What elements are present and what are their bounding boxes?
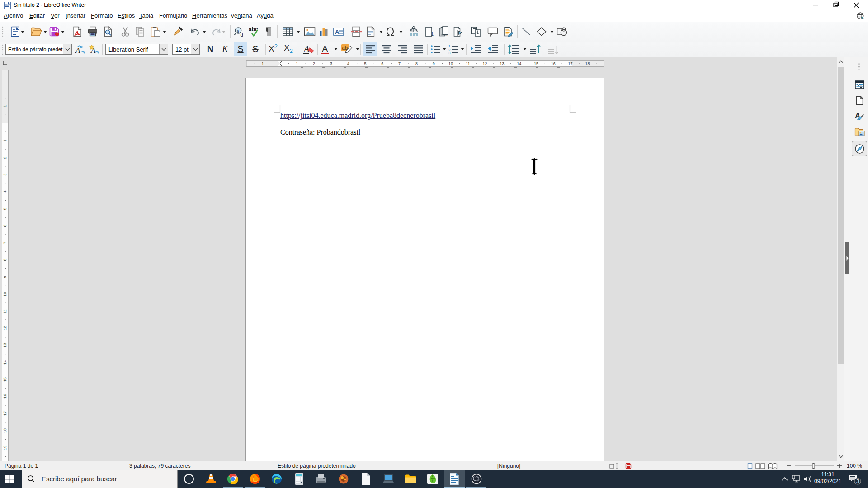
svg-text:15: 15 [534,61,538,66]
svg-text:A: A [335,28,340,35]
svg-text:14: 14 [3,360,7,365]
svg-text:13: 13 [3,343,7,347]
svg-text:4: 4 [3,190,7,192]
svg-text:14: 14 [517,61,521,66]
svg-text:6: 6 [3,225,7,227]
svg-text:4: 4 [347,61,349,66]
svg-text:d: d [241,32,243,38]
svg-text:11: 11 [466,61,470,66]
svg-text:15: 15 [3,377,7,382]
svg-text:10: 10 [3,292,7,296]
svg-text:i: i [447,32,448,37]
svg-text:A: A [90,46,96,55]
svg-text:19: 19 [3,446,7,450]
svg-text:1: 1 [261,61,264,66]
svg-text:3: 3 [856,479,859,484]
svg-text:A: A [322,44,328,53]
svg-text:18: 18 [3,428,7,433]
svg-text:2: 2 [3,156,7,159]
svg-text:6: 6 [381,61,383,66]
svg-text:3: 3 [448,51,451,55]
svg-text:7: 7 [398,61,401,66]
svg-text:3: 3 [3,173,7,175]
svg-text:1: 1 [431,31,434,37]
svg-text:8: 8 [415,61,418,66]
svg-text:13: 13 [500,61,504,66]
svg-text:5: 5 [3,207,7,210]
svg-text:a: a [237,28,239,33]
svg-text:12: 12 [3,326,7,330]
svg-text:2: 2 [313,61,315,66]
svg-text:17: 17 [3,411,7,416]
svg-text:A: A [75,46,80,55]
svg-text:1: 1 [296,61,298,66]
svg-text:11: 11 [3,309,7,313]
svg-text:16: 16 [551,61,556,66]
svg-text:8: 8 [3,258,7,261]
svg-text:10: 10 [448,61,453,66]
svg-text:9: 9 [433,61,435,66]
svg-text:3: 3 [330,61,332,66]
svg-text:9: 9 [3,276,7,278]
svg-text:7: 7 [3,241,7,244]
svg-text:18: 18 [585,61,590,66]
svg-text:16: 16 [3,394,7,399]
svg-text:12: 12 [483,61,487,66]
svg-text:1: 1 [3,105,7,107]
svg-text:1: 1 [3,139,7,141]
svg-text:5: 5 [364,61,366,66]
